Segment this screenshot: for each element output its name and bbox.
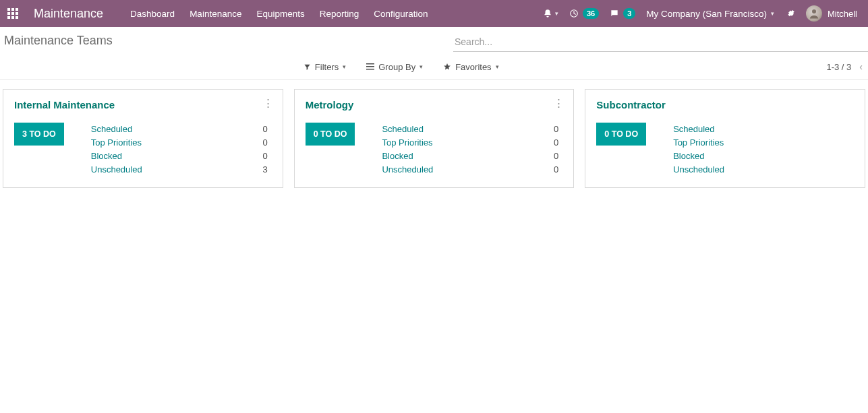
stat-blocked[interactable]: Blocked <box>673 150 854 163</box>
stat-scheduled[interactable]: Scheduled0 <box>91 123 272 136</box>
caret-down-icon: ▾ <box>555 10 558 17</box>
team-title[interactable]: Subcontractor <box>596 99 854 110</box>
favorites-label: Favorites <box>455 62 491 72</box>
control-panel: Maintenance Teams Filters ▾ Group By ▾ F… <box>0 27 868 80</box>
team-stats: Scheduled0 Top Priorities0 Blocked0 Unsc… <box>91 123 272 177</box>
svg-rect-0 <box>7 8 10 11</box>
pager-prev-icon[interactable]: ‹ <box>858 61 864 72</box>
kanban-board: ⋮ Internal Maintenance 3 TO DO Scheduled… <box>0 80 868 197</box>
stat-blocked[interactable]: Blocked0 <box>382 150 562 163</box>
page-title: Maintenance Teams <box>3 34 113 48</box>
team-stats: Scheduled0 Top Priorities0 Blocked0 Unsc… <box>382 123 562 177</box>
svg-rect-5 <box>16 12 18 15</box>
top-navbar: Maintenance Dashboard Maintenance Equipm… <box>0 0 868 27</box>
caret-down-icon: ▾ <box>343 63 346 70</box>
todo-button[interactable]: 0 TO DO <box>306 123 355 146</box>
stat-top-priorities[interactable]: Top Priorities0 <box>91 136 272 150</box>
debug-icon[interactable] <box>785 9 795 19</box>
company-switcher[interactable]: My Company (San Francisco) ▾ <box>646 9 774 19</box>
nav-reporting[interactable]: Reporting <box>320 9 359 19</box>
team-title[interactable]: Internal Maintenance <box>14 99 272 110</box>
nav-right: ▾ 36 3 My Company (San Francisco) ▾ Mitc… <box>543 5 857 22</box>
stat-unscheduled[interactable]: Unscheduled <box>673 163 854 177</box>
groupby-button[interactable]: Group By ▾ <box>366 62 423 72</box>
activities-icon[interactable]: 36 <box>569 8 599 19</box>
stat-blocked[interactable]: Blocked0 <box>91 150 272 163</box>
favorites-button[interactable]: Favorites ▾ <box>443 62 498 72</box>
more-menu-icon[interactable]: ⋮ <box>263 98 273 108</box>
caret-down-icon: ▾ <box>419 63 423 70</box>
stat-scheduled[interactable]: Scheduled0 <box>382 123 562 136</box>
nav-configuration[interactable]: Configuration <box>374 9 428 19</box>
caret-down-icon: ▾ <box>771 10 774 17</box>
stat-top-priorities[interactable]: Top Priorities <box>673 136 854 150</box>
stat-top-priorities[interactable]: Top Priorities0 <box>382 136 562 150</box>
stat-unscheduled[interactable]: Unscheduled3 <box>91 163 272 177</box>
more-menu-icon[interactable]: ⋮ <box>554 98 564 108</box>
nav-maintenance[interactable]: Maintenance <box>190 9 241 19</box>
search-input[interactable] <box>453 34 868 52</box>
pager-text[interactable]: 1-3 / 3 <box>826 62 851 72</box>
discuss-icon[interactable]: 3 <box>610 8 635 19</box>
list-icon <box>366 63 374 70</box>
filters-label: Filters <box>315 62 339 72</box>
user-menu[interactable]: Mitchell <box>806 5 857 22</box>
svg-rect-12 <box>366 66 374 67</box>
funnel-icon <box>303 63 311 71</box>
groupby-label: Group By <box>378 62 415 72</box>
svg-rect-13 <box>366 69 374 70</box>
svg-rect-8 <box>16 16 18 19</box>
svg-point-10 <box>812 9 816 13</box>
pager: 1-3 / 3 ‹ <box>826 61 864 72</box>
app-brand[interactable]: Maintenance <box>34 7 103 21</box>
team-card-internal-maintenance: ⋮ Internal Maintenance 3 TO DO Scheduled… <box>3 89 283 188</box>
caret-down-icon: ▾ <box>496 63 499 70</box>
nav-menu: Dashboard Maintenance Equipments Reporti… <box>130 9 428 19</box>
apps-icon[interactable] <box>7 7 19 20</box>
user-name: Mitchell <box>828 9 857 19</box>
discuss-badge: 3 <box>623 8 635 19</box>
company-name: My Company (San Francisco) <box>646 9 767 19</box>
team-card-subcontractor: Subcontractor 0 TO DO Scheduled Top Prio… <box>585 89 865 188</box>
star-icon <box>443 63 451 71</box>
svg-rect-2 <box>16 8 18 11</box>
svg-rect-11 <box>366 63 374 65</box>
stat-scheduled[interactable]: Scheduled <box>673 123 854 136</box>
team-stats: Scheduled Top Priorities Blocked Unsched… <box>673 123 854 177</box>
filters-button[interactable]: Filters ▾ <box>303 62 346 72</box>
notifications-icon[interactable]: ▾ <box>543 9 558 18</box>
svg-rect-6 <box>7 16 10 19</box>
todo-button[interactable]: 3 TO DO <box>14 123 64 146</box>
team-title[interactable]: Metrology <box>306 99 563 110</box>
activities-badge: 36 <box>583 8 599 19</box>
stat-unscheduled[interactable]: Unscheduled0 <box>382 163 562 177</box>
svg-rect-1 <box>11 8 14 11</box>
avatar <box>806 5 822 22</box>
nav-equipments[interactable]: Equipments <box>256 9 304 19</box>
nav-dashboard[interactable]: Dashboard <box>130 9 175 19</box>
search-options: Filters ▾ Group By ▾ Favorites ▾ <box>303 62 499 72</box>
svg-rect-7 <box>11 16 14 19</box>
svg-rect-3 <box>7 12 10 15</box>
team-card-metrology: ⋮ Metrology 0 TO DO Scheduled0 Top Prior… <box>294 89 575 188</box>
svg-rect-4 <box>11 12 14 15</box>
todo-button[interactable]: 0 TO DO <box>596 123 646 146</box>
